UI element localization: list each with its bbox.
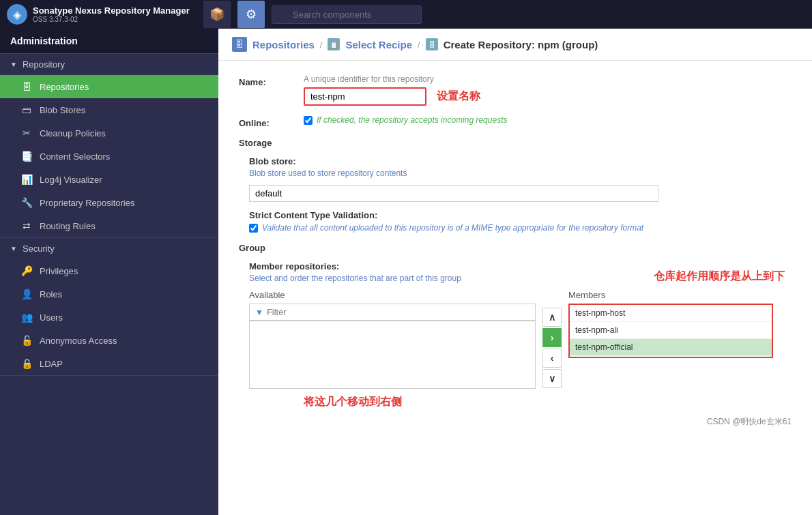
sidebar-item-ldap[interactable]: 🔒 LDAP: [0, 352, 218, 375]
available-list: [249, 321, 536, 389]
breadcrumb-sep1: /: [320, 40, 323, 50]
repositories-icon: 🗄: [20, 81, 33, 92]
online-label: Online:: [239, 115, 293, 128]
form-content: Name: A unique identifier for this repos…: [218, 61, 812, 515]
sidebar-item-content-selectors[interactable]: 📑 Content Selectors: [0, 145, 218, 168]
sidebar-group-security-label: Security: [23, 244, 55, 254]
log4j-icon: 📊: [20, 174, 33, 185]
main-layout: Administration ▼ Repository 🗄 Repositori…: [0, 29, 812, 515]
sidebar-item-roles[interactable]: 👤 Roles: [0, 282, 218, 306]
anonymous-icon: 🔓: [20, 335, 33, 346]
move-left-button[interactable]: ‹: [542, 349, 562, 368]
search-input[interactable]: [272, 5, 422, 24]
search-wrapper: 🔍: [272, 5, 422, 24]
sidebar-item-log4j-label: Log4j Visualizer: [40, 175, 102, 185]
online-hint: If checked, the repository accepts incom…: [317, 115, 507, 125]
member-item-official[interactable]: test-npm-official: [570, 339, 772, 356]
annotation-order: 仓库起作用顺序是从上到下: [654, 269, 785, 284]
settings-button[interactable]: ⚙: [237, 1, 265, 28]
sidebar: Administration ▼ Repository 🗄 Repositori…: [0, 29, 218, 515]
roles-icon: 👤: [20, 289, 33, 299]
group-title: Group: [239, 243, 792, 253]
strict-checkbox[interactable]: [249, 224, 258, 233]
content-area: 🗄 Repositories / 📋 Select Recipe / 🗄 Cre…: [218, 29, 812, 515]
sidebar-header: Administration: [0, 29, 218, 54]
blob-stores-icon: 🗃: [20, 104, 33, 115]
filter-input[interactable]: [267, 307, 530, 317]
sidebar-item-repositories[interactable]: 🗄 Repositories: [0, 75, 218, 98]
breadcrumb-current: Create Repository: npm (group): [444, 39, 598, 50]
sidebar-item-users[interactable]: 👥 Users: [0, 306, 218, 329]
breadcrumb-home-icon: 🗄: [232, 37, 247, 52]
name-label: Name:: [239, 74, 293, 87]
sidebar-item-privileges-label: Privileges: [40, 266, 78, 276]
sidebar-item-cleanup-policies[interactable]: ✂ Cleanup Policies: [0, 121, 218, 145]
annotation-move: 将这几个移动到右侧: [304, 395, 402, 409]
sidebar-group-security[interactable]: ▼ Security: [0, 238, 218, 259]
sidebar-item-anonymous-label: Anonymous Access: [40, 336, 117, 346]
sidebar-item-blob-stores[interactable]: 🗃 Blob Stores: [0, 98, 218, 121]
watermark: CSDN @明快de玄米61: [239, 416, 792, 428]
breadcrumb-create-icon: 🗄: [426, 38, 438, 50]
filter-bar: ▼: [249, 304, 536, 321]
arrow-buttons: ∧ › ‹ ∨: [542, 308, 562, 388]
sidebar-item-proprietary[interactable]: 🔧 Proprietary Repositories: [0, 191, 218, 214]
name-row: Name: A unique identifier for this repos…: [239, 74, 792, 106]
breadcrumb-select-recipe[interactable]: Select Recipe: [345, 39, 412, 50]
online-checkbox-row: If checked, the repository accepts incom…: [304, 115, 792, 125]
app-logo: ◈: [7, 4, 27, 25]
name-annotation: 设置名称: [437, 89, 480, 104]
arrow-icon: ▼: [10, 61, 17, 68]
sidebar-item-users-label: Users: [40, 312, 63, 323]
sidebar-group-repository[interactable]: ▼ Repository: [0, 54, 218, 75]
sidebar-section-security: ▼ Security 🔑 Privileges 👤 Roles 👥 Users …: [0, 238, 218, 376]
online-checkbox[interactable]: [304, 116, 313, 125]
blob-store-label: Blob store:: [249, 156, 792, 166]
content-selectors-icon: 📑: [20, 151, 33, 162]
members-list: test-npm-host test-npm-ali test-npm-offi…: [568, 304, 773, 358]
app-subtitle: OSS 3.37.3-02: [33, 16, 190, 23]
online-row: Online: If checked, the repository accep…: [239, 115, 792, 128]
online-value-area: If checked, the repository accepts incom…: [304, 115, 792, 125]
sidebar-section-repository: ▼ Repository 🗄 Repositories 🗃 Blob Store…: [0, 54, 218, 238]
breadcrumb-repositories[interactable]: Repositories: [252, 39, 315, 50]
member-item-ali[interactable]: test-npm-ali: [570, 322, 772, 339]
privileges-icon: 🔑: [20, 265, 33, 276]
members-column: Members test-npm-host test-npm-ali test-…: [568, 290, 773, 358]
annotation-move-text: 将这几个移动到右侧: [304, 396, 402, 407]
available-label: Available: [249, 290, 536, 300]
storage-title: Storage: [239, 138, 792, 148]
sidebar-item-repositories-label: Repositories: [40, 82, 89, 92]
move-up-button[interactable]: ∧: [542, 308, 562, 327]
sidebar-item-anonymous[interactable]: 🔓 Anonymous Access: [0, 329, 218, 352]
routing-icon: ⇄: [20, 220, 33, 231]
name-value-area: A unique identifier for this repository …: [304, 74, 792, 106]
cleanup-icon: ✂: [20, 128, 33, 138]
member-item-host[interactable]: test-npm-host: [570, 305, 772, 322]
members-label: Members: [568, 290, 773, 300]
app-title-main: Sonatype Nexus Repository Manager: [33, 5, 190, 16]
move-right-button[interactable]: ›: [542, 328, 562, 347]
breadcrumb-recipe-icon: 📋: [328, 38, 340, 50]
logo-area: ◈ Sonatype Nexus Repository Manager OSS …: [7, 4, 190, 25]
name-input[interactable]: [304, 87, 426, 106]
group-section: Member repositories: Select and order th…: [239, 261, 792, 389]
member-layout: Available ▼ ∧ › ‹ ∨: [249, 290, 792, 389]
proprietary-icon: 🔧: [20, 197, 33, 208]
sidebar-item-routing-label: Routing Rules: [40, 221, 96, 231]
strict-section: Strict Content Type Validation: Validate…: [239, 210, 792, 233]
sidebar-item-log4j[interactable]: 📊 Log4j Visualizer: [0, 168, 218, 191]
breadcrumb: 🗄 Repositories / 📋 Select Recipe / 🗄 Cre…: [218, 29, 812, 61]
sidebar-item-privileges[interactable]: 🔑 Privileges: [0, 259, 218, 282]
users-icon: 👥: [20, 312, 33, 323]
sidebar-item-ldap-label: LDAP: [40, 359, 63, 369]
sidebar-item-routing[interactable]: ⇄ Routing Rules: [0, 214, 218, 237]
filter-icon: ▼: [255, 308, 263, 317]
blob-store-input[interactable]: [249, 185, 658, 202]
sidebar-item-cleanup-label: Cleanup Policies: [40, 128, 106, 138]
strict-label: Strict Content Type Validation:: [249, 210, 792, 220]
packages-button[interactable]: 📦: [203, 1, 231, 28]
annotation-order-text: 仓库起作用顺序是从上到下: [654, 270, 785, 282]
move-down-button[interactable]: ∨: [542, 369, 562, 388]
ldap-icon: 🔒: [20, 358, 33, 369]
